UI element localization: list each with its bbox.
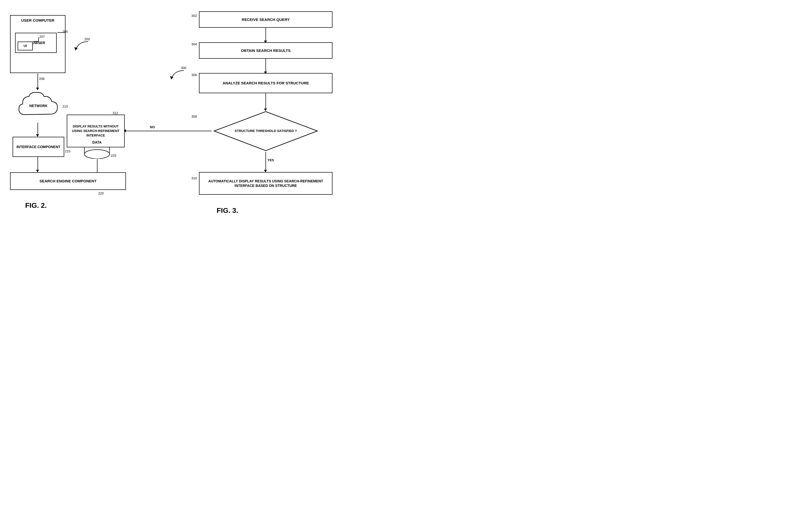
fig3-ref-300: 300: [181, 66, 186, 70]
ref-220: 220: [98, 191, 104, 195]
fig2-curved-arrow: [73, 39, 93, 54]
ref-306: 306: [191, 73, 197, 77]
fig3-title: FIG. 3.: [217, 207, 238, 215]
ref-304: 304: [191, 42, 197, 46]
arrow-ic-to-se: [38, 157, 38, 171]
search-engine-box: SEARCH ENGINE COMPONENT: [10, 172, 126, 190]
arrowhead-ic-se: [36, 170, 39, 172]
arrowhead-net-ic: [36, 134, 39, 137]
arrow-net-to-ic: [38, 123, 38, 135]
svg-marker-6: [170, 76, 173, 79]
ref-302: 302: [191, 14, 197, 18]
analyze-results-box: ANALYZE SEARCH RESULTS FOR STRUCTURE: [199, 73, 332, 93]
arrow-yes-v: [266, 152, 266, 171]
ref-207-line-h: [34, 41, 39, 41]
network-label: NETWORK: [29, 104, 47, 108]
ref-215: 215: [65, 149, 71, 153]
ref-225: 225: [111, 154, 116, 157]
data-to-se-v: [97, 159, 97, 173]
structure-threshold-diamond: STRUCTURE THRESHOLD SATISFIED ?: [212, 110, 320, 152]
no-label: NO: [150, 125, 155, 129]
auto-display-label: AUTOMATICALLY DISPLAY RESULTS USING SEAR…: [199, 179, 332, 188]
diagram-container: 200 USER COMPUTER BROWSER UI 205 207 208…: [0, 0, 404, 266]
auto-display-box: AUTOMATICALLY DISPLAY RESULTS USING SEAR…: [199, 172, 332, 195]
ref-312: 312: [113, 111, 118, 115]
ref-208: 208: [39, 77, 44, 81]
yes-label: YES: [268, 158, 274, 162]
fig2-ref-200: 200: [84, 37, 90, 41]
fig2-title: FIG. 2.: [25, 202, 47, 210]
analyze-results-label: ANALYZE SEARCH RESULTS FOR STRUCTURE: [223, 81, 309, 86]
arrow-no-h: [126, 131, 212, 131]
interface-component-box: INTERFACE COMPONENT: [13, 137, 64, 157]
ref-205: 205: [62, 30, 68, 34]
arrow-uc-to-net: [38, 74, 38, 89]
arrow-304-306: [266, 59, 266, 73]
ref-308: 308: [191, 115, 197, 118]
ref-210: 210: [62, 104, 68, 108]
receive-search-query-box: RECEIVE SEARCH QUERY: [199, 11, 332, 28]
ref-310: 310: [191, 176, 197, 180]
network-cloud: NETWORK: [15, 90, 62, 122]
ref-207-line-v: [38, 37, 39, 41]
arrow-302-304: [266, 28, 266, 41]
obtain-search-results-box: OBTAIN SEARCH RESULTS: [199, 42, 332, 59]
structure-threshold-label: STRUCTURE THRESHOLD SATISFIED ?: [235, 129, 297, 133]
display-without-label: DISPLAY RESULTS WITHOUT USING SEARCH-REF…: [67, 124, 124, 138]
svg-marker-0: [74, 47, 78, 50]
ui-box: UI: [18, 41, 33, 50]
svg-point-5: [84, 150, 110, 159]
user-computer-label: USER COMPUTER: [10, 15, 65, 22]
fig3-curved-arrow: [169, 68, 189, 83]
ref-207: 207: [39, 35, 45, 39]
arrow-306-308: [266, 93, 266, 110]
data-label: DATA: [93, 140, 102, 144]
